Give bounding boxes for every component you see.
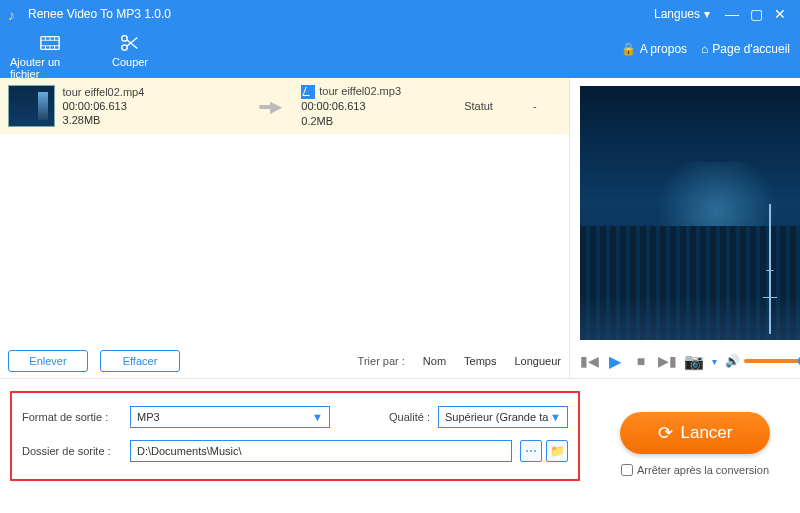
clear-button[interactable]: Effacer	[100, 350, 180, 372]
source-filename: tour eiffel02.mp4	[63, 85, 237, 99]
home-label: Page d'accueil	[712, 42, 790, 56]
chevron-down-icon: ▼	[550, 411, 561, 423]
folder-label: Dossier de sorite :	[22, 445, 122, 457]
folder-value: D:\Documents\Music\	[137, 445, 242, 457]
next-button[interactable]: ▶▮	[658, 353, 676, 369]
snapshot-button[interactable]: 📷	[684, 352, 704, 371]
stop-after-input[interactable]	[621, 464, 633, 476]
edit-icon[interactable]	[301, 85, 315, 99]
app-title: Renee Video To MP3 1.0.0	[28, 7, 654, 21]
video-thumbnail	[8, 85, 55, 127]
folder-more-button[interactable]: ⋯	[520, 440, 542, 462]
sort-time[interactable]: Temps	[464, 355, 496, 367]
launch-button[interactable]: ⟳ Lancer	[620, 412, 770, 454]
eiffel-tower-icon	[750, 204, 790, 334]
quality-label: Qualité :	[380, 411, 430, 423]
source-size: 3.28MB	[63, 113, 237, 127]
dest-filename: tour eiffel02.mp3	[319, 85, 401, 97]
video-preview[interactable]	[580, 86, 800, 340]
bottom-panel: Format de sortie : MP3 ▼ Qualité : Supér…	[0, 378, 800, 508]
stop-after-label: Arrêter après la conversion	[637, 464, 769, 476]
speaker-icon: 🔊	[725, 354, 740, 368]
volume-control[interactable]: 🔊	[725, 354, 800, 368]
lock-icon: 🔒	[621, 42, 636, 56]
volume-slider[interactable]	[744, 359, 800, 363]
sort-by-label: Trier par :	[358, 355, 405, 367]
dest-duration: 00:00:06.613	[301, 99, 456, 113]
quality-select[interactable]: Supérieur (Grande ta ▼	[438, 406, 568, 428]
source-info: tour eiffel02.mp4 00:00:06.613 3.28MB	[63, 85, 237, 128]
arrow-icon: ▪▪▪▶	[245, 97, 293, 116]
sort-name[interactable]: Nom	[423, 355, 446, 367]
home-link[interactable]: ⌂Page d'accueil	[701, 42, 790, 56]
output-folder-field[interactable]: D:\Documents\Music\	[130, 440, 512, 462]
status-cell: Statut -	[464, 100, 561, 112]
chevron-down-icon: ▾	[704, 7, 710, 21]
add-file-label: Ajouter un fichier	[10, 56, 90, 80]
cut-button[interactable]: Couper	[90, 32, 170, 68]
preview-pane: ▮◀ ▶ ■ ▶▮ 📷▾ 🔊	[570, 78, 800, 378]
add-file-button[interactable]: Ajouter un fichier	[10, 32, 90, 80]
dest-info: tour eiffel02.mp3 00:00:06.613 0.2MB	[301, 84, 456, 128]
about-link[interactable]: 🔒A propos	[621, 42, 687, 56]
format-label: Format de sortie :	[22, 411, 122, 423]
list-actions: Enlever Effacer Trier par : Nom Temps Lo…	[0, 344, 569, 378]
format-value: MP3	[137, 411, 160, 423]
launch-pane: ⟳ Lancer Arrêter après la conversion	[590, 379, 800, 508]
sort-bar: Trier par : Nom Temps Longueur	[192, 355, 561, 367]
stop-after-checkbox[interactable]: Arrêter après la conversion	[621, 464, 769, 476]
app-logo-icon: ♪	[8, 7, 22, 21]
dest-size: 0.2MB	[301, 114, 456, 128]
prev-button[interactable]: ▮◀	[580, 353, 598, 369]
stop-button[interactable]: ■	[632, 353, 650, 369]
open-folder-button[interactable]: 📁	[546, 440, 568, 462]
status-value: -	[533, 100, 537, 112]
settings-highlight-box: Format de sortie : MP3 ▼ Qualité : Supér…	[10, 391, 580, 481]
format-select[interactable]: MP3 ▼	[130, 406, 330, 428]
scissors-icon	[117, 32, 143, 54]
minimize-button[interactable]: ―	[720, 6, 744, 22]
remove-button[interactable]: Enlever	[8, 350, 88, 372]
status-header: Statut	[464, 100, 493, 112]
sort-length[interactable]: Longueur	[515, 355, 562, 367]
toolbar: Ajouter un fichier Couper 🔒A propos ⌂Pag…	[0, 28, 800, 78]
file-list-empty	[0, 134, 569, 344]
player-controls: ▮◀ ▶ ■ ▶▮ 📷▾ 🔊	[570, 344, 800, 378]
language-menu[interactable]: Langues ▾	[654, 7, 710, 21]
quality-value: Supérieur (Grande ta	[445, 411, 548, 423]
language-label: Langues	[654, 7, 700, 21]
refresh-icon: ⟳	[658, 422, 673, 444]
output-settings: Format de sortie : MP3 ▼ Qualité : Supér…	[0, 379, 590, 508]
launch-label: Lancer	[681, 423, 733, 443]
file-row[interactable]: tour eiffel02.mp4 00:00:06.613 3.28MB ▪▪…	[0, 78, 569, 134]
chevron-down-icon: ▼	[312, 411, 323, 423]
play-button[interactable]: ▶	[606, 352, 624, 371]
maximize-button[interactable]: ▢	[744, 6, 768, 22]
file-list-pane: tour eiffel02.mp4 00:00:06.613 3.28MB ▪▪…	[0, 78, 570, 378]
source-duration: 00:00:06.613	[63, 99, 237, 113]
about-label: A propos	[640, 42, 687, 56]
title-bar: ♪ Renee Video To MP3 1.0.0 Langues ▾ ― ▢…	[0, 0, 800, 28]
cut-label: Couper	[112, 56, 148, 68]
close-button[interactable]: ✕	[768, 6, 792, 22]
content-area: tour eiffel02.mp4 00:00:06.613 3.28MB ▪▪…	[0, 78, 800, 378]
home-icon: ⌂	[701, 42, 708, 56]
snapshot-menu-icon[interactable]: ▾	[712, 356, 717, 367]
film-icon	[37, 32, 63, 54]
